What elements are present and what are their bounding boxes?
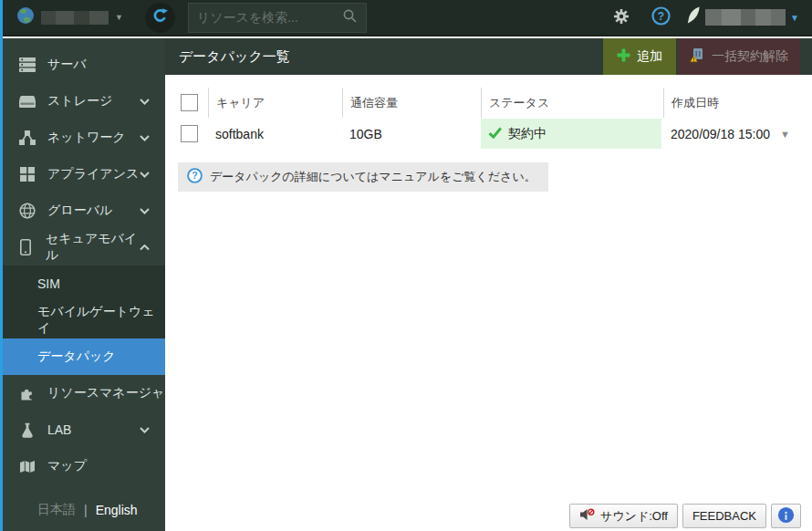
sidebar-subitem-label: SIM xyxy=(37,276,60,291)
account-name-redacted xyxy=(41,11,109,25)
language-link-english[interactable]: English xyxy=(96,503,138,517)
add-button[interactable]: 追加 xyxy=(603,38,676,75)
add-button-label: 追加 xyxy=(637,48,662,65)
status-cell: 契約中 xyxy=(481,119,663,149)
row-checkbox[interactable] xyxy=(181,125,198,142)
app-window: ▼ ? xyxy=(0,0,812,531)
page-title: データパック一覧 xyxy=(165,48,290,66)
settings-button[interactable] xyxy=(613,8,630,27)
select-all-checkbox[interactable] xyxy=(181,94,198,111)
svg-text:?: ? xyxy=(192,170,197,181)
info-circle-icon xyxy=(777,506,795,526)
puzzle-piece-icon xyxy=(17,386,36,401)
bulk-cancel-label: 一括契約解除 xyxy=(712,48,788,65)
manual-info-bar: ? データパックの詳細についてはマニュアルをご覧ください。 xyxy=(178,162,548,192)
sidebar-subitem-mobile-gateway[interactable]: モバイルゲートウェイ xyxy=(0,302,165,338)
appliance-grid-icon xyxy=(17,166,36,182)
account-zone-switcher[interactable]: ▼ xyxy=(16,6,123,28)
datapack-list-content: キャリア 通信容量 ステータス 作成日時 softbank 10GB 契 xyxy=(165,75,812,192)
sidebar: サーバ ストレージ ネットワーク アプライアンス xyxy=(0,38,165,531)
sidebar-subitem-datapack[interactable]: データパック xyxy=(0,338,165,375)
main-panel: データパック一覧 追加 一括契約解除 xyxy=(165,38,812,531)
check-icon xyxy=(488,127,502,141)
carrier-cell: softbank xyxy=(208,119,342,149)
manual-info-text: データパックの詳細についてはマニュアルをご覧ください。 xyxy=(210,169,536,185)
language-current: 日本語 xyxy=(37,502,76,518)
brand-caret-icon: ▼ xyxy=(115,13,123,22)
created-cell: 2020/09/18 15:00 ▼ xyxy=(663,119,800,149)
feedback-button[interactable]: FEEDBACK xyxy=(682,504,766,528)
row-checkbox-cell xyxy=(178,119,208,149)
left-edge-accent xyxy=(0,0,3,531)
chevron-down-icon xyxy=(140,427,150,433)
svg-text:?: ? xyxy=(658,10,664,23)
sidebar-item-map[interactable]: マップ xyxy=(0,448,165,484)
sidebar-item-label: アプライアンス xyxy=(47,166,139,182)
sidebar-item-appliance[interactable]: アプライアンス xyxy=(0,156,165,193)
language-divider: | xyxy=(84,503,88,517)
user-account-menu[interactable]: ▼ xyxy=(686,6,799,28)
speaker-mute-icon xyxy=(579,508,595,524)
header-actions: 追加 一括契約解除 xyxy=(603,38,800,75)
sidebar-item-lab[interactable]: LAB xyxy=(0,411,165,448)
storage-icon xyxy=(17,95,36,109)
sidebar-subitem-label: モバイルゲートウェイ xyxy=(37,304,165,337)
sound-button-label: サウンド:Off xyxy=(600,508,668,525)
sound-toggle-button[interactable]: サウンド:Off xyxy=(569,504,678,528)
table-header-row: キャリア 通信容量 ステータス 作成日時 xyxy=(178,88,800,118)
help-question-icon: ? xyxy=(651,6,671,28)
chevron-down-icon xyxy=(140,135,150,141)
server-icon xyxy=(17,57,36,73)
sidebar-item-network[interactable]: ネットワーク xyxy=(0,120,165,156)
column-header-capacity: 通信容量 xyxy=(342,88,481,118)
sidebar-subitem-sim[interactable]: SIM xyxy=(0,266,165,302)
sidebar-subitem-label: データパック xyxy=(37,349,116,365)
bulk-cancel-contract-button[interactable]: 一括契約解除 xyxy=(678,38,800,75)
map-icon xyxy=(17,460,36,474)
topbar-right-group: ? ▼ xyxy=(613,6,799,28)
table-row[interactable]: softbank 10GB 契約中 2020/09/18 15:00 ▼ xyxy=(178,119,800,149)
refresh-icon xyxy=(151,7,169,27)
status-label: 契約中 xyxy=(508,126,547,142)
sidebar-item-global[interactable]: グローバル xyxy=(0,193,165,229)
gear-icon xyxy=(613,8,630,27)
column-header-created: 作成日時 xyxy=(663,88,800,118)
feedback-button-label: FEEDBACK xyxy=(692,509,756,523)
mobile-phone-icon xyxy=(17,239,35,255)
topbar: ▼ ? xyxy=(0,0,812,36)
page-header: データパック一覧 追加 一括契約解除 xyxy=(165,38,812,75)
created-value: 2020/09/18 15:00 xyxy=(671,127,770,141)
sidebar-item-server[interactable]: サーバ xyxy=(0,47,165,83)
refresh-button[interactable] xyxy=(145,3,175,33)
sidebar-item-resource-manager[interactable]: リソースマネージャ xyxy=(0,375,165,411)
globe-logo-icon xyxy=(16,6,35,28)
sidebar-item-label: ネットワーク xyxy=(47,130,126,146)
sidebar-item-storage[interactable]: ストレージ xyxy=(0,83,165,120)
sidebar-item-label: サーバ xyxy=(47,57,87,73)
account-caret-icon: ▼ xyxy=(790,13,799,23)
network-icon xyxy=(17,130,36,146)
capacity-cell: 10GB xyxy=(342,119,481,149)
user-name-redacted xyxy=(705,9,786,26)
sidebar-item-label: セキュアモバイル xyxy=(46,231,140,264)
flask-icon xyxy=(17,422,36,438)
row-menu-caret-icon[interactable]: ▼ xyxy=(780,129,790,140)
language-switcher: 日本語 | English xyxy=(37,496,138,524)
search-icon xyxy=(342,8,358,27)
secure-mobile-submenu: SIM モバイルゲートウェイ データパック xyxy=(0,266,165,375)
chevron-down-icon xyxy=(140,172,150,178)
help-button[interactable]: ? xyxy=(651,6,671,28)
globe-icon xyxy=(17,203,36,219)
info-button[interactable] xyxy=(771,504,801,528)
chevron-down-icon xyxy=(140,99,150,105)
sidebar-item-label: LAB xyxy=(47,422,71,437)
status-badge: 契約中 xyxy=(481,119,661,149)
contract-warning-icon xyxy=(690,47,705,66)
plus-icon xyxy=(617,48,630,65)
sidebar-item-label: マップ xyxy=(47,458,87,474)
resource-searchbox xyxy=(188,3,367,33)
question-circle-icon: ? xyxy=(187,168,203,186)
search-input[interactable] xyxy=(197,10,342,25)
sidebar-item-secure-mobile[interactable]: セキュアモバイル xyxy=(0,229,165,266)
sidebar-item-label: グローバル xyxy=(47,203,112,219)
